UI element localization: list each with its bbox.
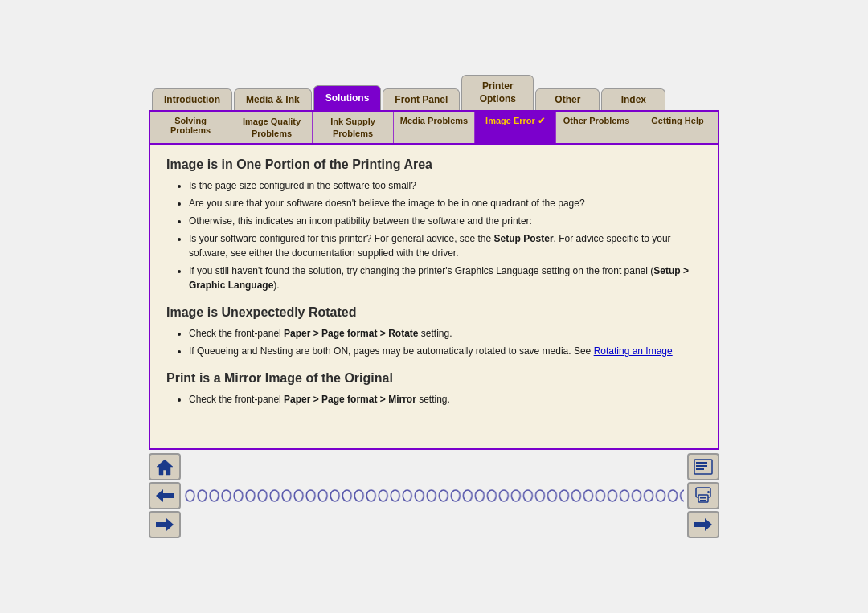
top-nav: Introduction Media & Ink Solutions Front… <box>149 75 719 110</box>
tab-other-problems[interactable]: Other Problems <box>556 112 637 143</box>
right-nav-buttons <box>687 453 719 538</box>
main-content: Image is in One Portion of the Printing … <box>149 145 719 450</box>
svg-marker-14 <box>694 518 712 531</box>
tab-introduction[interactable]: Introduction <box>152 88 232 110</box>
next-button[interactable] <box>687 511 719 538</box>
spiral-bar <box>184 482 684 509</box>
svg-marker-2 <box>156 518 174 531</box>
bold-paper-mirror: Paper > Page format > Mirror <box>284 394 416 405</box>
tab-solutions[interactable]: Solutions <box>313 85 382 110</box>
tab-media-ink[interactable]: Media & Ink <box>234 88 312 110</box>
print-icon <box>693 487 714 505</box>
bullet-list-2: Check the front-panel Paper > Page forma… <box>166 326 702 358</box>
svg-rect-8 <box>696 468 704 470</box>
bullet-item: Is the page size configured in the softw… <box>189 178 702 193</box>
svg-rect-12 <box>700 500 706 501</box>
svg-rect-11 <box>700 497 706 499</box>
link-rotating-image[interactable]: Rotating an Image <box>594 345 673 357</box>
contents-button[interactable] <box>687 453 719 480</box>
svg-rect-4 <box>184 488 684 504</box>
home-button[interactable] <box>149 453 181 480</box>
bottom-area <box>149 453 719 538</box>
next-icon <box>694 517 713 532</box>
section-title-1: Image is in One Portion of the Printing … <box>166 157 702 172</box>
bold-setup-poster: Setup Poster <box>494 233 554 244</box>
tab-front-panel[interactable]: Front Panel <box>383 88 460 110</box>
tab-other[interactable]: Other <box>535 88 600 110</box>
bullet-list-1: Is the page size configured in the softw… <box>166 178 702 292</box>
second-nav: Solving Problems Image QualityProblems I… <box>149 110 719 145</box>
tab-image-error[interactable]: Image Error ✔ <box>475 112 556 143</box>
bold-paper: Paper > Page format > Rotate <box>284 328 418 339</box>
svg-rect-13 <box>707 491 710 493</box>
bullet-item: If you still haven't found the solution,… <box>189 264 702 292</box>
left-nav-buttons <box>149 453 181 538</box>
tab-media-problems[interactable]: Media Problems <box>394 112 475 143</box>
forward-button[interactable] <box>149 511 181 538</box>
home-icon <box>155 458 174 476</box>
tab-getting-help[interactable]: Getting Help <box>637 112 718 143</box>
bold-setup: Setup > Graphic Language <box>189 265 689 291</box>
back-button[interactable] <box>149 482 181 509</box>
bullet-list-3: Check the front-panel Paper > Page forma… <box>166 392 702 407</box>
svg-rect-7 <box>696 465 707 467</box>
forward-icon <box>155 517 174 532</box>
bullet-item: Check the front-panel Paper > Page forma… <box>189 326 702 341</box>
tab-ink-supply[interactable]: Ink SupplyProblems <box>313 112 394 143</box>
tab-image-quality[interactable]: Image QualityProblems <box>231 112 313 143</box>
section-title-2: Image is Unexpectedly Rotated <box>166 305 702 320</box>
bullet-item: Otherwise, this indicates an incompatibi… <box>189 214 702 228</box>
bullet-item: Is your software configured for this pri… <box>189 231 702 260</box>
print-button[interactable] <box>687 482 719 509</box>
tab-index[interactable]: Index <box>601 88 665 110</box>
svg-rect-6 <box>696 462 707 464</box>
contents-icon <box>693 458 714 476</box>
svg-marker-1 <box>156 489 174 502</box>
tab-solving-problems[interactable]: Solving Problems <box>150 112 231 143</box>
main-container: Introduction Media & Ink Solutions Front… <box>149 75 719 538</box>
spiral-decoration <box>184 488 684 504</box>
bullet-item: Check the front-panel Paper > Page forma… <box>189 392 702 407</box>
back-icon <box>155 488 174 503</box>
section-title-3: Print is a Mirror Image of the Original <box>166 371 702 386</box>
svg-marker-0 <box>157 460 173 475</box>
tab-printer-options[interactable]: PrinterOptions <box>461 75 534 110</box>
bullet-item: Are you sure that your software doesn't … <box>189 196 702 210</box>
bullet-item: If Queueing and Nesting are both ON, pag… <box>189 344 702 358</box>
